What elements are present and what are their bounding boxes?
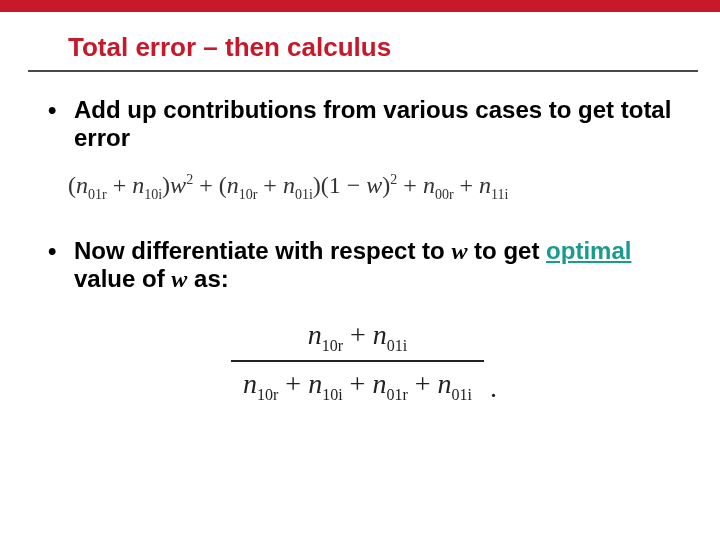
den-p3: + (408, 368, 438, 399)
bullet-dot-icon: • (48, 96, 74, 124)
f1-n01i: n (283, 172, 295, 198)
den-n01r-sub: 01r (386, 386, 407, 403)
num-n01i-sub: 01i (387, 336, 407, 353)
b2-mid: to get (467, 237, 546, 264)
b2-post2: as: (187, 265, 228, 292)
den-n01i: n (438, 368, 452, 399)
bullet-1-text: Add up contributions from various cases … (74, 96, 680, 152)
f1-n01r-sub: 01r (88, 187, 107, 202)
den-n01i-sub: 01i (452, 386, 472, 403)
formula-period: . (490, 372, 497, 404)
fraction: n10r + n01i n10r + n10i + n01r + n01i (231, 319, 484, 404)
den-n10r-sub: 10r (257, 386, 278, 403)
b2-pre: Now differentiate with respect to (74, 237, 451, 264)
b2-optimal: optimal (546, 237, 631, 264)
den-n01r: n (372, 368, 386, 399)
f1-n10i-sub: 10i (144, 187, 162, 202)
f1-n10r-sub: 10r (239, 187, 258, 202)
f1-rp1: ) (162, 172, 170, 198)
f1-n10i: n (132, 172, 144, 198)
f1-n01i-sub: 01i (295, 187, 313, 202)
b2-var-w: w (451, 238, 467, 264)
f1-plus1: + (107, 172, 133, 198)
den-n10i-sub: 10i (322, 386, 342, 403)
f1-n00r-sub: 00r (435, 187, 454, 202)
num-n10r-sub: 10r (322, 336, 343, 353)
f1-n10r: n (227, 172, 239, 198)
b2-var-w2: w (171, 266, 187, 292)
b2-post1: value of (74, 265, 171, 292)
den-p2: + (343, 368, 373, 399)
den-n10r: n (243, 368, 257, 399)
title-underline (28, 70, 698, 72)
f1-1mw-open: (1 − (321, 172, 367, 198)
bullet-2-text: Now differentiate with respect to w to g… (74, 237, 680, 293)
f1-plus5: + (454, 172, 480, 198)
f1-plus3: + (257, 172, 283, 198)
formula-total-error: (n01r + n10i)w2 + (n10r + n01i)(1 − w)2 … (68, 172, 680, 203)
f1-plus2: + (193, 172, 219, 198)
f1-plus4: + (397, 172, 423, 198)
bullet-1: • Add up contributions from various case… (48, 96, 680, 152)
f1-w: w (170, 172, 186, 198)
bullet-2: • Now differentiate with respect to w to… (48, 237, 680, 293)
f1-n11i-sub: 11i (491, 187, 508, 202)
bullet-dot-icon: • (48, 237, 74, 265)
num-n01i: n (373, 319, 387, 350)
fraction-numerator: n10r + n01i (231, 319, 484, 361)
den-n10i: n (308, 368, 322, 399)
f1-lp2: ( (219, 172, 227, 198)
f1-rp2: ) (313, 172, 321, 198)
f1-n11i: n (479, 172, 491, 198)
den-p1: + (278, 368, 308, 399)
f1-lp1: ( (68, 172, 76, 198)
slide-body: • Add up contributions from various case… (48, 96, 680, 404)
f1-n01r: n (76, 172, 88, 198)
fraction-denominator: n10r + n10i + n01r + n01i (231, 360, 484, 404)
num-plus: + (343, 319, 373, 350)
num-n10r: n (308, 319, 322, 350)
formula-optimal-w: n10r + n01i n10r + n10i + n01r + n01i . (144, 319, 584, 404)
f1-n00r: n (423, 172, 435, 198)
page-title: Total error – then calculus (68, 32, 391, 63)
f1-wv: w (366, 172, 382, 198)
top-accent-bar (0, 0, 720, 12)
